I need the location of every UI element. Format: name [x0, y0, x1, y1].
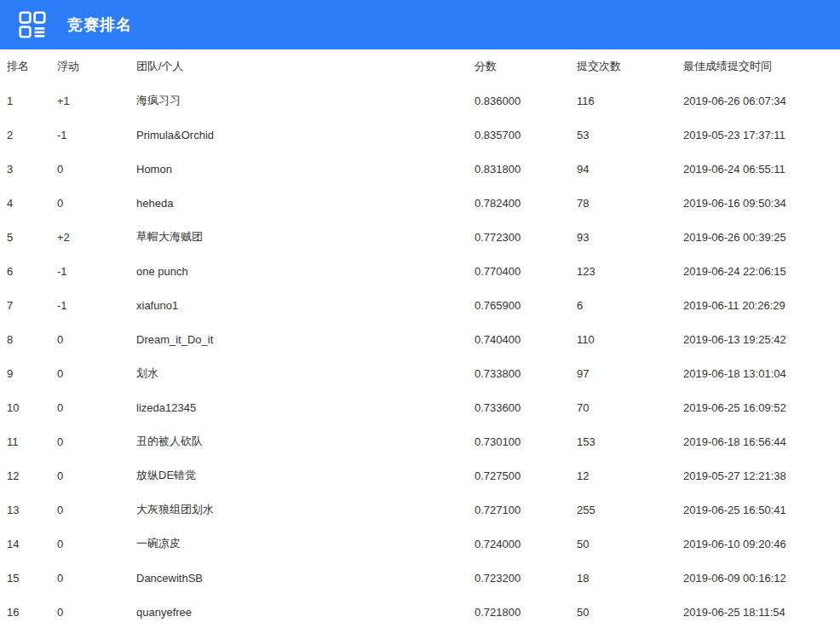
table-row: 7 -1 xiafuno1 0.765900 6 2019-06-11 20:2…	[0, 288, 840, 322]
score-cell: 0.721800	[475, 595, 577, 628]
best-time-cell: 2019-06-18 13:01:04	[683, 356, 840, 390]
table-row: 3 0 Homon 0.831800 94 2019-06-24 06:55:1…	[0, 152, 840, 186]
team-name-cell: 草帽大海贼团	[136, 220, 475, 254]
team-name-cell: xiafuno1	[136, 288, 475, 322]
score-cell: 0.836000	[475, 84, 577, 118]
best-time-cell: 2019-06-09 00:16:12	[683, 561, 840, 595]
score-cell: 0.740400	[475, 322, 577, 356]
change-cell: 0	[57, 527, 136, 561]
table-row: 10 0 lizeda12345 0.733600 70 2019-06-25 …	[0, 390, 840, 424]
change-cell: 0	[57, 458, 136, 493]
rank-cell: 7	[0, 288, 57, 322]
submissions-cell: 12	[577, 458, 683, 493]
column-header-team: 团队/个人	[136, 49, 475, 84]
score-cell: 0.835700	[475, 118, 577, 152]
submissions-cell: 255	[577, 493, 683, 527]
submissions-cell: 53	[577, 118, 683, 152]
team-name-cell: 放纵DE错觉	[136, 458, 475, 493]
best-time-cell: 2019-06-18 16:56:44	[683, 424, 840, 458]
table-row: 14 0 一碗凉皮 0.724000 50 2019-06-10 09:20:4…	[0, 527, 840, 561]
change-cell: 0	[57, 322, 136, 356]
column-header-score: 分数	[475, 49, 577, 84]
rank-cell: 1	[0, 84, 57, 118]
score-cell: 0.770400	[475, 254, 577, 288]
team-name-cell: quanyefree	[136, 595, 475, 628]
rank-cell: 3	[0, 152, 57, 186]
team-name-cell: 海疯习习	[136, 84, 475, 118]
score-cell: 0.733600	[475, 390, 577, 424]
best-time-cell: 2019-06-11 20:26:29	[683, 288, 840, 322]
rank-cell: 15	[0, 561, 57, 595]
team-name-cell: 丑的被人砍队	[136, 424, 475, 458]
change-cell: 0	[57, 356, 136, 390]
change-cell: +2	[57, 220, 136, 254]
competition-ranking-page: 竞赛排名 排名 浮动 团队/个人 分数 提交次数 最佳成绩提交时间 1 +1 海…	[0, 0, 840, 628]
submissions-cell: 50	[577, 527, 683, 561]
best-time-cell: 2019-06-25 18:11:54	[683, 595, 840, 628]
best-time-cell: 2019-05-23 17:37:11	[683, 118, 840, 152]
table-header-row: 排名 浮动 团队/个人 分数 提交次数 最佳成绩提交时间	[0, 49, 840, 84]
column-header-rank: 排名	[0, 49, 57, 84]
rank-cell: 16	[0, 595, 57, 628]
rank-cell: 8	[0, 322, 57, 356]
best-time-cell: 2019-06-24 06:55:11	[683, 152, 840, 186]
team-name-cell: Dream_it_Do_it	[136, 322, 475, 356]
table-row: 6 -1 one punch 0.770400 123 2019-06-24 2…	[0, 254, 840, 288]
submissions-cell: 153	[577, 424, 683, 458]
team-name-cell: 大灰狼组团划水	[136, 493, 475, 527]
rank-cell: 13	[0, 493, 57, 527]
submissions-cell: 123	[577, 254, 683, 288]
score-cell: 0.831800	[475, 152, 577, 186]
table-row: 15 0 DancewithSB 0.723200 18 2019-06-09 …	[0, 561, 840, 595]
table-row: 2 -1 Primula&Orchid 0.835700 53 2019-05-…	[0, 118, 840, 152]
rank-cell: 5	[0, 220, 57, 254]
best-time-cell: 2019-06-25 16:50:41	[683, 493, 840, 527]
table-row: 1 +1 海疯习习 0.836000 116 2019-06-26 06:07:…	[0, 84, 840, 118]
column-header-change: 浮动	[57, 49, 136, 84]
team-name-cell: one punch	[136, 254, 475, 288]
submissions-cell: 18	[577, 561, 683, 595]
change-cell: 0	[57, 390, 136, 424]
best-time-cell: 2019-06-25 16:09:52	[683, 390, 840, 424]
submissions-cell: 110	[577, 322, 683, 356]
team-name-cell: DancewithSB	[136, 561, 475, 595]
rank-cell: 11	[0, 424, 57, 458]
change-cell: -1	[57, 118, 136, 152]
table-row: 5 +2 草帽大海贼团 0.772300 93 2019-06-26 00:39…	[0, 220, 840, 254]
best-time-cell: 2019-06-16 09:50:34	[683, 186, 840, 220]
ranking-table: 排名 浮动 团队/个人 分数 提交次数 最佳成绩提交时间 1 +1 海疯习习 0…	[0, 49, 840, 628]
score-cell: 0.727100	[475, 493, 577, 527]
team-name-cell: Homon	[136, 152, 475, 186]
rank-cell: 6	[0, 254, 57, 288]
app-header-bar: 竞赛排名	[0, 0, 840, 49]
table-row: 4 0 heheda 0.782400 78 2019-06-16 09:50:…	[0, 186, 840, 220]
rank-cell: 9	[0, 356, 57, 390]
score-cell: 0.724000	[475, 527, 577, 561]
column-header-submissions: 提交次数	[577, 49, 683, 84]
submissions-cell: 93	[577, 220, 683, 254]
change-cell: -1	[57, 288, 136, 322]
table-row: 13 0 大灰狼组团划水 0.727100 255 2019-06-25 16:…	[0, 493, 840, 527]
best-time-cell: 2019-06-26 06:07:34	[683, 84, 840, 118]
score-cell: 0.730100	[475, 424, 577, 458]
team-name-cell: 一碗凉皮	[136, 527, 475, 561]
change-cell: 0	[57, 561, 136, 595]
score-cell: 0.765900	[475, 288, 577, 322]
submissions-cell: 78	[577, 186, 683, 220]
team-name-cell: Primula&Orchid	[136, 118, 475, 152]
change-cell: +1	[57, 84, 136, 118]
page-title: 竞赛排名	[67, 14, 132, 35]
rank-cell: 4	[0, 186, 57, 220]
best-time-cell: 2019-05-27 12:21:38	[683, 458, 840, 493]
submissions-cell: 50	[577, 595, 683, 628]
submissions-cell: 94	[577, 152, 683, 186]
submissions-cell: 6	[577, 288, 683, 322]
best-time-cell: 2019-06-13 19:25:42	[683, 322, 840, 356]
change-cell: 0	[57, 152, 136, 186]
table-row: 12 0 放纵DE错觉 0.727500 12 2019-05-27 12:21…	[0, 458, 840, 493]
best-time-cell: 2019-06-10 09:20:46	[683, 527, 840, 561]
table-row: 8 0 Dream_it_Do_it 0.740400 110 2019-06-…	[0, 322, 840, 356]
best-time-cell: 2019-06-24 22:06:15	[683, 254, 840, 288]
rank-cell: 12	[0, 458, 57, 493]
team-name-cell: heheda	[136, 186, 475, 220]
